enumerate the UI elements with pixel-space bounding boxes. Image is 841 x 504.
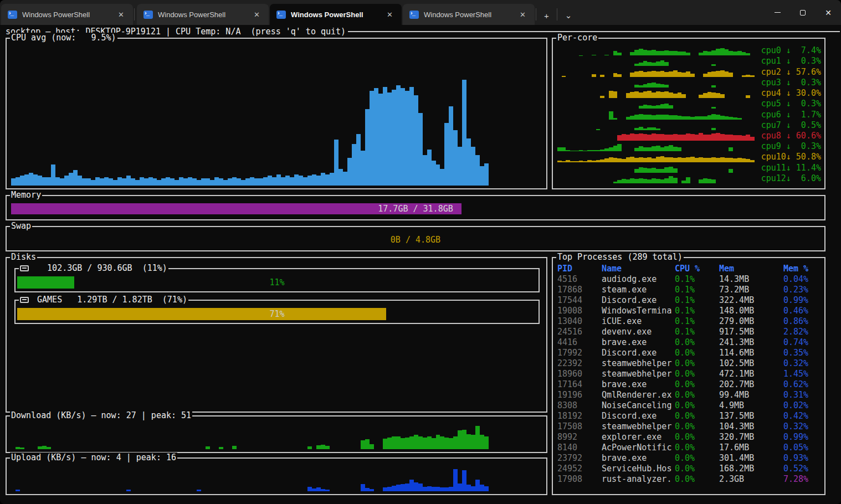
column-header[interactable]: Mem % [783,264,822,274]
process-cell: 17.6MB [719,443,783,453]
process-row[interactable]: 4416brave.exe0.0%241.3MB0.74% [557,337,822,348]
core-row: cpu10↓ 50.8% [557,152,821,162]
process-row[interactable]: 18960steamwebhelper0.0%472.1MB1.45% [557,369,822,379]
process-cell: 0.0% [675,432,719,443]
drive-icon [20,265,29,271]
process-cell: 73.2MB [719,285,783,295]
process-row[interactable]: 23792brave.exe0.0%301.4MB0.93% [557,453,822,464]
process-row[interactable]: 22392steamwebhelper0.0%102.5MB0.32% [557,358,822,369]
tab-bar: Windows PowerShell ✕ Windows PowerShell … [0,0,841,25]
powershell-icon [276,11,286,19]
disk-games-gauge-label: 71% [17,308,537,320]
core-row: cpu4 ↓ 30.0% [557,88,821,99]
process-row[interactable]: 8308NoiseCanceling0.0%4.9MB0.02% [557,400,822,411]
process-row[interactable]: 24952ServiceHub.Hos0.0%168.2MB0.52% [557,464,822,474]
tab-powershell-3-active[interactable]: Windows PowerShell ✕ [270,4,402,25]
tab-title: Windows PowerShell [424,11,516,19]
process-cell: 22392 [557,358,602,369]
disks-title: Disks [10,252,37,263]
process-cell: 17908 [557,474,602,485]
process-cell: 0.1% [675,306,719,316]
tab-powershell-4[interactable]: Windows PowerShell ✕ [403,4,535,25]
process-cell: 137.5MB [719,411,783,421]
core-sparkline [557,99,755,109]
process-row[interactable]: 8140AcPowerNotific0.0%17.6MB0.05% [557,443,822,453]
process-row[interactable]: 17544Discord.exe0.1%322.4MB0.99% [557,295,822,306]
process-cell: 0.0% [675,348,719,358]
process-cell: QmlRenderer.ex [602,390,675,400]
process-row[interactable]: 24516devenv.exe0.1%917.5MB2.82% [557,327,822,337]
core-label: cpu7 ↓ 0.5% [758,120,821,131]
process-cell: 0.0% [675,358,719,369]
process-row[interactable]: 17508steamwebhelper0.0%104.3MB0.32% [557,421,822,432]
process-cell: 19008 [557,306,602,316]
upload-panel: Upload (KB/s) — now: 4 | peak: 16 [6,457,547,495]
process-cell: 0.35% [783,348,822,358]
close-tab-icon[interactable]: ✕ [115,9,127,20]
process-cell: 8308 [557,400,602,411]
download-title: Download (KB/s) — now: 27 | peak: 51 [10,410,192,421]
maximize-button[interactable] [790,0,816,25]
tab-title: Windows PowerShell [158,11,250,19]
process-row[interactable]: 8992explorer.exe0.0%320.7MB0.99% [557,432,822,443]
column-header[interactable]: Mem [719,264,783,274]
process-cell: 0.99% [783,295,822,306]
process-table: PIDNameCPU %MemMem % 4516audiodg.exe0.1%… [557,264,822,492]
process-cell: 19196 [557,390,602,400]
process-cell: 0.46% [783,306,822,316]
processes-title: Top Processes (289 total) [556,252,684,263]
tab-powershell-1[interactable]: Windows PowerShell ✕ [1,4,133,25]
process-cell: brave.exe [602,337,675,348]
process-cell: ServiceHub.Hos [602,464,675,474]
swap-gauge: 0B / 4.8GB [11,234,820,245]
download-chart [11,423,542,449]
app-header: socktop — host: DESKTOP-9P19121 | CPU Te… [6,26,840,37]
tab-dropdown-button[interactable]: ⌄ [558,8,579,25]
process-cell: 0.0% [675,453,719,464]
process-row[interactable]: 19008WindowsTermina0.1%148.0MB0.46% [557,306,822,316]
core-label: cpu12↓ 6.0% [758,173,821,184]
process-row[interactable]: 17164brave.exe0.0%202.7MB0.62% [557,379,822,390]
close-tab-icon[interactable]: ✕ [383,9,396,20]
core-sparkline [557,121,755,130]
process-cell: 0.42% [783,411,822,421]
process-cell: AcPowerNotific [602,443,675,453]
minimize-icon [775,12,781,13]
process-cell: 0.32% [783,358,822,369]
new-tab-button[interactable]: + [537,9,556,25]
close-tab-icon[interactable]: ✕ [516,9,529,20]
process-cell: 18960 [557,369,602,379]
process-row[interactable]: 17868steam.exe0.1%73.2MB0.23% [557,285,822,295]
process-cell: 17544 [557,295,602,306]
minimize-button[interactable] [765,0,790,25]
column-header[interactable]: Name [602,264,675,274]
per-core-panel: Per-core cpu0 ↓ 7.4%cpu1 ↓ 0.3%cpu2 ↓ 57… [552,38,825,189]
process-cell: 0.1% [675,274,719,285]
close-tab-icon[interactable]: ✕ [250,9,263,20]
process-row[interactable]: 17908rust-analyzer.0.0%2.3GB7.28% [557,474,822,485]
process-row[interactable]: 17992Discord.exe0.0%114.6MB0.35% [557,348,822,358]
process-cell: explorer.exe [602,432,675,443]
process-cell: 0.52% [783,464,822,474]
column-header[interactable]: PID [557,264,602,274]
process-cell: rust-analyzer. [602,474,675,485]
powershell-icon [8,11,17,19]
process-cell: 0.0% [675,337,719,348]
process-row[interactable]: 4516audiodg.exe0.1%14.3MB0.04% [557,274,822,285]
process-cell: 14.3MB [719,274,783,285]
process-cell: 0.93% [783,453,822,464]
tab-powershell-2[interactable]: Windows PowerShell ✕ [137,4,269,25]
disk-c-gauge: 11% [17,276,537,289]
process-cell: 13040 [557,316,602,327]
column-header[interactable]: CPU % [675,264,719,274]
core-label: cpu3 ↓ 0.3% [758,78,821,88]
process-row[interactable]: 13040iCUE.exe0.1%279.0MB0.86% [557,316,822,327]
process-row[interactable]: 19196QmlRenderer.ex0.0%99.4MB0.31% [557,390,822,400]
disk-games-gauge: 71% [17,308,537,320]
close-window-button[interactable]: ✕ [816,0,841,25]
disk-games-subpanel: GAMES 1.29TB / 1.82TB (71%) 71% [14,300,540,324]
process-row[interactable]: 18192Discord.exe0.0%137.5MB0.42% [557,411,822,421]
core-sparkline [557,67,755,76]
process-table-body: 4516audiodg.exe0.1%14.3MB0.04%17868steam… [557,274,822,485]
memory-title: Memory [10,190,42,200]
